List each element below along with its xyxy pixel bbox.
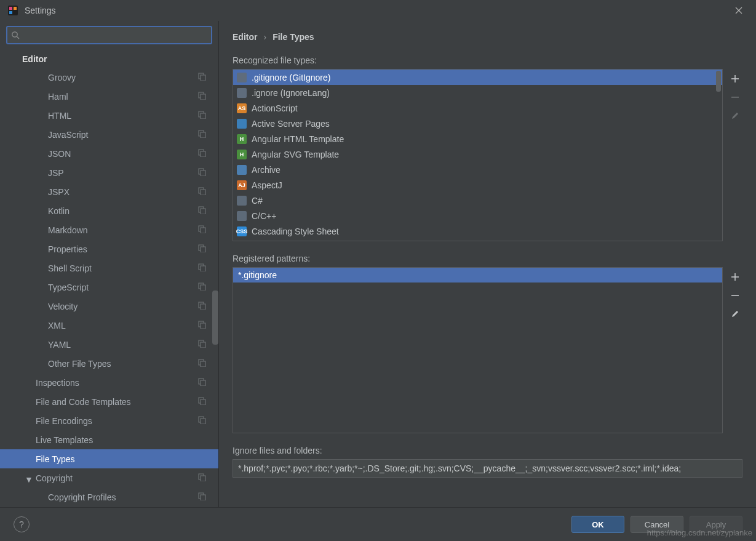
svg-rect-19 [201,170,205,176]
per-project-icon [197,282,206,292]
sidebar-item-haml[interactable]: Haml [0,87,218,106]
sidebar-item-yaml[interactable]: YAML [0,335,218,354]
sidebar-scrollbar[interactable] [212,291,218,345]
sidebar-item-label: Live Templates [36,435,93,445]
sidebar-item-file-types[interactable]: File Types [0,449,218,468]
filetype-icon: H [237,150,247,159]
ignore-files-input[interactable] [233,459,742,478]
filetype-label: C/C++ [252,211,276,221]
sidebar-item-live-templates[interactable]: Live Templates [0,430,218,449]
per-project-icon [197,110,206,121]
filetype-label: AspectJ [252,180,282,190]
sidebar-item-file-and-code-templates[interactable]: File and Code Templates [0,392,218,411]
sidebar-item-jsp[interactable]: JSP [0,163,218,182]
sidebar-item-markdown[interactable]: Markdown [0,220,218,239]
per-project-icon [197,301,206,311]
filetype-item[interactable]: ASActionScript [233,100,722,116]
svg-rect-35 [201,323,205,329]
sidebar-item-xml[interactable]: XML [0,316,218,335]
sidebar-item-other-file-types[interactable]: Other File Types [0,354,218,373]
question-icon: ? [19,519,24,529]
sidebar-item-label: Properties [48,244,87,254]
add-filetype-button[interactable] [729,73,741,85]
sidebar-item-properties[interactable]: Properties [0,239,218,258]
sidebar-item-shell-script[interactable]: Shell Script [0,258,218,278]
search-icon [11,31,20,39]
help-button[interactable]: ? [14,516,30,532]
add-pattern-button[interactable] [729,271,741,283]
per-project-icon [197,91,206,102]
filetype-item[interactable]: Archive [233,162,722,177]
window-title: Settings [25,6,56,15]
sidebar-item-velocity[interactable]: Velocity [0,297,218,316]
filetype-label: Active Server Pages [252,119,330,129]
minus-icon [731,291,739,300]
filetype-item[interactable]: AJAspectJ [233,177,722,193]
recognized-filetypes-label: Recognized file types: [233,55,742,65]
sidebar-item-label: TypeScript [48,283,89,292]
filetype-label: Cascading Style Sheet [252,226,339,236]
sidebar-item-jspx[interactable]: JSPX [0,182,218,201]
filetype-icon [237,165,247,175]
dialog-footer: ? OK Cancel Apply [0,507,756,541]
settings-tree[interactable]: Editor GroovyHamlHTMLJavaScriptJSONJSPJS… [0,50,218,507]
app-icon [7,5,18,16]
per-project-icon [197,129,206,140]
filetype-item[interactable]: HAngular HTML Template [233,131,722,146]
sidebar-item-label: Haml [48,92,68,102]
svg-rect-29 [201,266,205,271]
tree-section-editor[interactable]: Editor [0,50,218,68]
sidebar-item-inspections[interactable]: Inspections [0,373,218,392]
filetype-item[interactable]: C# [233,193,722,208]
per-project-icon [197,473,206,483]
edit-filetype-button[interactable] [729,110,741,122]
sidebar-item-groovy[interactable]: Groovy [0,68,218,87]
filetype-item[interactable]: HAngular SVG Template [233,146,722,162]
sidebar-item-copyright[interactable]: ▼Copyright [0,468,218,487]
sidebar-item-label: JSP [48,168,64,178]
filetype-item[interactable]: Active Server Pages [233,116,722,131]
sidebar-item-copyright-profiles[interactable]: Copyright Profiles [0,487,218,507]
pattern-item[interactable]: *.gitignore [233,268,722,283]
sidebar-item-html[interactable]: HTML [0,106,218,125]
svg-rect-45 [201,419,205,424]
sidebar-item-kotlin[interactable]: Kotlin [0,201,218,220]
svg-rect-31 [201,285,205,291]
filetype-item[interactable]: .gitignore (GitIgnore) [233,70,722,85]
filetype-item[interactable]: .ignore (IgnoreLang) [233,85,722,100]
ok-button[interactable]: OK [571,516,624,533]
svg-rect-37 [201,342,205,348]
remove-filetype-button[interactable] [729,91,741,103]
settings-sidebar: Editor GroovyHamlHTMLJavaScriptJSONJSPJS… [0,21,219,507]
sidebar-item-label: Copyright [36,473,73,483]
svg-rect-9 [201,75,205,81]
pencil-icon [731,310,739,318]
per-project-icon [197,72,206,82]
settings-main: Editor › File Types Recognized file type… [219,21,756,507]
search-input[interactable] [23,31,207,40]
sidebar-item-label: Inspections [36,378,79,388]
sidebar-item-typescript[interactable]: TypeScript [0,278,218,297]
svg-rect-23 [201,209,205,214]
close-button[interactable] [729,2,749,19]
breadcrumb-root[interactable]: Editor [233,32,257,42]
patterns-list[interactable]: *.gitignore [233,267,723,433]
sidebar-item-json[interactable]: JSON [0,144,218,163]
sidebar-item-file-encodings[interactable]: File Encodings [0,411,218,430]
sidebar-item-javascript[interactable]: JavaScript [0,125,218,144]
filetypes-scrollbar[interactable] [716,71,721,92]
filetype-label: C# [252,196,263,206]
settings-search[interactable] [6,26,212,44]
filetype-item[interactable]: C/C++ [233,208,722,223]
edit-pattern-button[interactable] [729,308,741,320]
remove-pattern-button[interactable] [729,289,741,302]
sidebar-item-label: File Types [36,454,75,464]
filetype-icon: H [237,134,247,144]
sidebar-item-label: Kotlin [48,206,70,216]
chevron-down-icon: ▼ [25,475,33,484]
svg-rect-25 [201,228,205,233]
filetype-item[interactable]: CSSCascading Style Sheet [233,223,722,239]
filetypes-tools [728,69,742,241]
filetypes-list[interactable]: .gitignore (GitIgnore).ignore (IgnoreLan… [233,69,723,241]
per-project-icon [197,225,206,235]
